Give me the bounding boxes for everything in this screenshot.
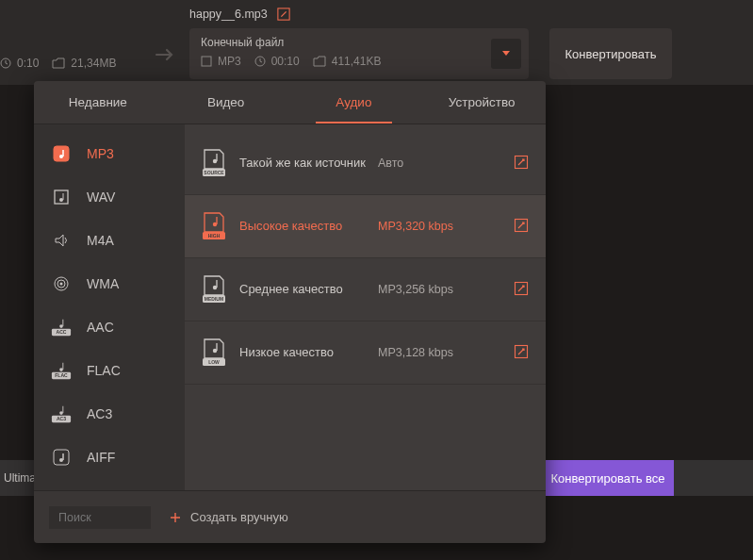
format-ac3[interactable]: AC3AC3 xyxy=(34,392,185,436)
format-list: MP3WAVM4AWMAACCAACFLACFLACAC3AC3AIFF xyxy=(34,124,185,490)
create-manual-button[interactable]: Создать вручную xyxy=(170,510,288,524)
convert-all-button[interactable]: Конвертировать все xyxy=(542,460,674,496)
preset-icon: SOURCE xyxy=(200,149,228,177)
preset-icon: MEDIUM xyxy=(200,275,228,304)
svg-text:FLAC: FLAC xyxy=(55,372,68,378)
edit-icon[interactable] xyxy=(514,344,531,361)
preset-row[interactable]: HIGH Высокое качество MP3,320 kbps xyxy=(185,195,546,258)
preset-row[interactable]: MEDIUM Среднее качество MP3,256 kbps xyxy=(185,258,546,321)
ac3-icon: AC3 xyxy=(51,404,72,424)
svg-rect-20 xyxy=(54,450,69,465)
format-mp3[interactable]: MP3 xyxy=(34,132,185,175)
format-aac[interactable]: ACCAAC xyxy=(34,305,185,349)
svg-point-22 xyxy=(213,159,217,163)
preset-info: MP3,256 kbps xyxy=(378,283,482,296)
svg-rect-4 xyxy=(54,146,69,161)
folder-icon xyxy=(313,56,326,67)
preset-icon: LOW xyxy=(200,338,228,367)
wav-icon xyxy=(51,187,72,207)
format-label: WMA xyxy=(87,276,119,291)
header-bar: happy__6.mp3 0:10 21,34MB Конечный файл … xyxy=(0,0,753,85)
folder-icon xyxy=(52,58,65,69)
create-manual-label: Создать вручную xyxy=(190,510,288,524)
svg-text:HIGH: HIGH xyxy=(208,233,221,239)
m4a-icon xyxy=(51,230,72,251)
preset-info: MP3,128 kbps xyxy=(378,346,482,359)
clock-icon xyxy=(254,56,266,67)
format-label: M4A xyxy=(87,233,114,248)
format-label: MP3 xyxy=(87,146,114,161)
format-dropdown-toggle[interactable] xyxy=(491,39,521,69)
preset-info: MP3,320 kbps xyxy=(378,220,482,233)
destination-card: Конечный файл MP3 00:10 411,41KB xyxy=(189,28,529,79)
preset-row[interactable]: SOURCE Такой же как источник Авто xyxy=(185,132,546,195)
svg-point-26 xyxy=(213,222,217,226)
convert-button[interactable]: Конвертировать xyxy=(549,28,672,79)
format-flac[interactable]: FLACFLAC xyxy=(34,349,185,392)
svg-text:MEDIUM: MEDIUM xyxy=(205,296,223,302)
aac-icon: ACC xyxy=(51,317,72,338)
search-input[interactable] xyxy=(49,506,151,529)
file-name-row: happy__6.mp3 xyxy=(189,8,290,21)
preset-name: Такой же как источник xyxy=(239,155,367,172)
svg-text:LOW: LOW xyxy=(208,359,220,365)
tab-0[interactable]: Недавние xyxy=(34,81,162,124)
edit-icon[interactable] xyxy=(514,155,531,172)
rename-icon[interactable] xyxy=(277,8,290,21)
file-name: happy__6.mp3 xyxy=(189,8,268,21)
svg-point-34 xyxy=(213,349,217,353)
plus-icon xyxy=(170,512,181,523)
source-size: 21,34MB xyxy=(52,57,116,70)
preset-name: Высокое качество xyxy=(239,218,367,235)
arrow-icon xyxy=(155,47,175,62)
svg-text:SOURCE: SOURCE xyxy=(204,170,224,175)
destination-meta: MP3 00:10 411,41KB xyxy=(201,55,517,68)
category-tabs: НедавниеВидеоАудиоУстройство xyxy=(34,81,546,124)
format-label: AIFF xyxy=(87,450,115,465)
svg-point-17 xyxy=(59,411,63,415)
svg-point-30 xyxy=(213,286,217,289)
format-aiff[interactable]: AIFF xyxy=(34,436,185,479)
preset-list: SOURCE Такой же как источник Авто HIGH В… xyxy=(185,124,546,490)
svg-point-14 xyxy=(59,368,63,371)
destination-title: Конечный файл xyxy=(201,36,517,49)
tab-3[interactable]: Устройство xyxy=(417,81,546,124)
format-label: FLAC xyxy=(87,363,121,378)
preset-info: Авто xyxy=(378,156,482,170)
format-m4a[interactable]: M4A xyxy=(34,219,185,262)
format-picker-panel: НедавниеВидеоАудиоУстройство MP3WAVM4AWM… xyxy=(34,81,546,543)
clock-icon xyxy=(0,58,11,69)
tab-2[interactable]: Аудио xyxy=(290,81,418,124)
svg-point-5 xyxy=(59,155,63,158)
panel-footer: Создать вручную xyxy=(34,490,546,543)
aiff-icon xyxy=(51,447,72,468)
svg-rect-2 xyxy=(202,57,211,66)
svg-point-10 xyxy=(60,283,63,286)
preset-icon: HIGH xyxy=(200,212,228,240)
svg-text:ACC: ACC xyxy=(57,329,67,335)
format-wav[interactable]: WAV xyxy=(34,175,185,219)
source-duration: 0:10 xyxy=(0,57,39,70)
svg-point-11 xyxy=(59,324,63,328)
preset-name: Низкое качество xyxy=(239,344,367,361)
source-meta: 0:10 21,34MB xyxy=(0,57,116,70)
version-label: Ultima xyxy=(0,471,36,485)
svg-point-7 xyxy=(59,198,63,202)
format-icon xyxy=(201,56,212,67)
svg-text:AC3: AC3 xyxy=(57,416,66,421)
preset-name: Среднее качество xyxy=(239,281,367,298)
edit-icon[interactable] xyxy=(514,218,531,235)
format-wma[interactable]: WMA xyxy=(34,262,185,305)
format-label: AAC xyxy=(87,320,114,335)
format-label: WAV xyxy=(87,189,115,205)
wma-icon xyxy=(51,273,72,294)
preset-row[interactable]: LOW Низкое качество MP3,128 kbps xyxy=(185,321,546,385)
flac-icon: FLAC xyxy=(51,360,72,381)
edit-icon[interactable] xyxy=(514,281,531,298)
svg-point-21 xyxy=(59,458,63,462)
tab-1[interactable]: Видео xyxy=(162,81,290,124)
format-label: AC3 xyxy=(87,406,112,421)
mp3-icon xyxy=(51,143,72,164)
